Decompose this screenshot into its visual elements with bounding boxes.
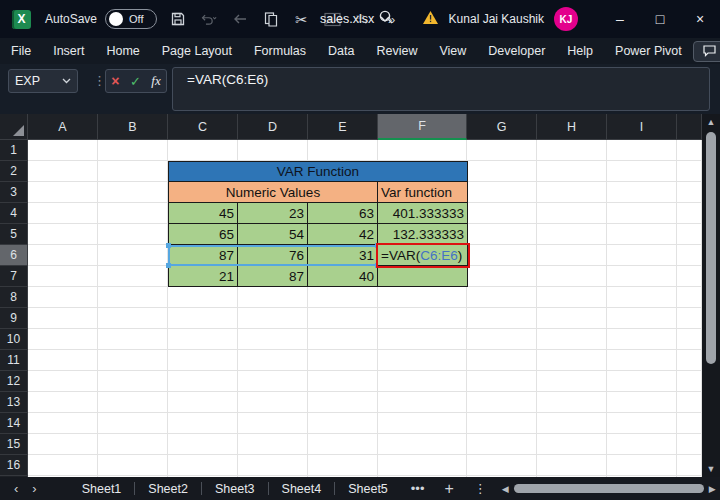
column-header-F[interactable]: F [378, 114, 467, 140]
cell-B6[interactable] [98, 245, 168, 266]
cell-C6[interactable]: 87 [168, 245, 238, 266]
cell-H15[interactable] [537, 434, 607, 455]
cell-G15[interactable] [467, 434, 537, 455]
row-header-12[interactable]: 12 [0, 371, 28, 392]
cell-F7[interactable] [378, 266, 468, 287]
cell-partial-10[interactable] [677, 329, 702, 350]
cell-I2[interactable] [607, 161, 677, 182]
tab-file[interactable]: File [0, 38, 42, 64]
copy-icon[interactable] [262, 11, 279, 28]
cell-D7[interactable]: 87 [238, 266, 308, 287]
row-header-2[interactable]: 2 [0, 161, 28, 182]
row-header-11[interactable]: 11 [0, 350, 28, 371]
cell-C4[interactable]: 45 [168, 203, 238, 224]
maximize-button[interactable]: □ [640, 0, 680, 38]
user-avatar[interactable]: KJ [554, 7, 578, 31]
cell-G5[interactable] [467, 224, 537, 245]
cell-F1[interactable] [378, 140, 467, 161]
cell-E9[interactable] [308, 308, 378, 329]
cell-C8[interactable] [168, 287, 238, 308]
row-header-3[interactable]: 3 [0, 182, 28, 203]
insert-function-icon[interactable]: fx [151, 73, 160, 89]
column-header-E[interactable]: E [308, 114, 378, 140]
column-header-B[interactable]: B [98, 114, 168, 140]
sheet-tab-sheet4[interactable]: Sheet4 [269, 477, 335, 500]
cancel-formula-icon[interactable]: × [111, 73, 119, 89]
enter-formula-icon[interactable]: ✓ [130, 74, 141, 89]
excel-app-icon[interactable]: X [12, 10, 31, 29]
cell-H16[interactable] [537, 455, 607, 476]
cell-D1[interactable] [238, 140, 308, 161]
cell-I11[interactable] [607, 350, 677, 371]
cell-B15[interactable] [98, 434, 168, 455]
sheet-tab-sheet5[interactable]: Sheet5 [335, 477, 401, 500]
cell-F13[interactable] [378, 392, 467, 413]
cell-partial-6[interactable] [677, 245, 702, 266]
cell-A13[interactable] [28, 392, 98, 413]
cell-H6[interactable] [537, 245, 607, 266]
sheet-menu-icon[interactable]: ⋮ [464, 481, 497, 496]
cell-C16[interactable] [168, 455, 238, 476]
cell-D10[interactable] [238, 329, 308, 350]
row-header-13[interactable]: 13 [0, 392, 28, 413]
cell-E4[interactable]: 63 [308, 203, 378, 224]
cell-partial-13[interactable] [677, 392, 702, 413]
row-header-10[interactable]: 10 [0, 329, 28, 350]
cell-G1[interactable] [467, 140, 537, 161]
cell-C1[interactable] [168, 140, 238, 161]
cell-F15[interactable] [378, 434, 467, 455]
cell-A11[interactable] [28, 350, 98, 371]
cell-F4[interactable]: 401.333333 [378, 203, 468, 224]
cell-I4[interactable] [607, 203, 677, 224]
cell-E5[interactable]: 42 [308, 224, 378, 245]
column-header-A[interactable]: A [28, 114, 98, 140]
cell-table-title[interactable]: VAR Function [168, 161, 468, 182]
cell-partial-4[interactable] [677, 203, 702, 224]
sheet-tab-sheet3[interactable]: Sheet3 [202, 477, 268, 500]
cell-E11[interactable] [308, 350, 378, 371]
tab-view[interactable]: View [428, 38, 477, 64]
cell-partial-5[interactable] [677, 224, 702, 245]
save-icon[interactable] [169, 11, 186, 28]
search-icon[interactable] [378, 9, 394, 29]
cell-A1[interactable] [28, 140, 98, 161]
cell-C14[interactable] [168, 413, 238, 434]
cell-H14[interactable] [537, 413, 607, 434]
autosave-toggle[interactable]: Off [105, 9, 157, 29]
tab-data[interactable]: Data [317, 38, 365, 64]
cell-F5[interactable]: 132.333333 [378, 224, 468, 245]
cell-partial-8[interactable] [677, 287, 702, 308]
cell-B14[interactable] [98, 413, 168, 434]
cut-icon[interactable]: ✂ [293, 11, 310, 28]
cell-A6[interactable] [28, 245, 98, 266]
column-header-partial[interactable] [677, 114, 702, 140]
cell-B16[interactable] [98, 455, 168, 476]
cell-A14[interactable] [28, 413, 98, 434]
cell-G11[interactable] [467, 350, 537, 371]
row-header-8[interactable]: 8 [0, 287, 28, 308]
cell-G12[interactable] [467, 371, 537, 392]
scroll-down-icon[interactable]: ▼ [707, 461, 716, 477]
cell-I8[interactable] [607, 287, 677, 308]
cell-H4[interactable] [537, 203, 607, 224]
row-header-5[interactable]: 5 [0, 224, 28, 245]
tab-home[interactable]: Home [95, 38, 150, 64]
tab-insert[interactable]: Insert [42, 38, 95, 64]
cell-F14[interactable] [378, 413, 467, 434]
sheet-tab-sheet2[interactable]: Sheet2 [135, 477, 201, 500]
cell-B8[interactable] [98, 287, 168, 308]
horizontal-scrollbar[interactable]: ◀ ▶ [497, 484, 720, 494]
cell-D8[interactable] [238, 287, 308, 308]
column-header-G[interactable]: G [467, 114, 537, 140]
vertical-scrollbar[interactable]: ▲ ▼ [702, 114, 720, 477]
column-header-C[interactable]: C [168, 114, 238, 140]
cell-B1[interactable] [98, 140, 168, 161]
cell-I14[interactable] [607, 413, 677, 434]
cell-D14[interactable] [238, 413, 308, 434]
cell-H7[interactable] [537, 266, 607, 287]
cell-partial-11[interactable] [677, 350, 702, 371]
warning-icon[interactable] [422, 10, 439, 29]
row-header-15[interactable]: 15 [0, 434, 28, 455]
cell-G8[interactable] [467, 287, 537, 308]
cell-A12[interactable] [28, 371, 98, 392]
